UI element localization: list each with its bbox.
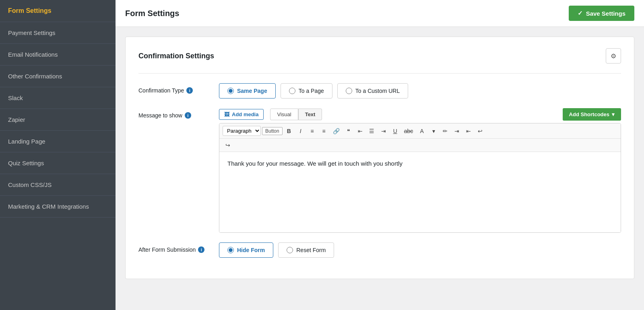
page-title: Form Settings <box>125 9 179 18</box>
editor-container: Paragraph Button B I ≡ ≡ 🔗 ❝ ⇤ ☰ <box>219 123 621 233</box>
sidebar-title[interactable]: Form Settings <box>0 0 116 22</box>
blockquote-button[interactable]: ❝ <box>343 126 354 136</box>
clear-format-button[interactable]: ✏ <box>440 126 450 136</box>
sidebar-item-custom-css-js[interactable]: Custom CSS/JS <box>0 174 116 196</box>
check-icon: ✓ <box>578 10 583 17</box>
button-tag-btn[interactable]: Button <box>262 127 283 135</box>
redo-button[interactable]: ↪ <box>223 140 233 150</box>
media-icon: 🖼 <box>224 111 229 117</box>
content-area: Confirmation Settings ⚙ Confirmation Typ… <box>116 27 644 289</box>
editor-tabs: Visual Text <box>270 109 322 120</box>
editor-toolbar: Paragraph Button B I ≡ ≡ 🔗 ❝ ⇤ ☰ <box>219 123 621 139</box>
sidebar: Form Settings Payment Settings Email Not… <box>0 0 116 310</box>
section-title: Confirmation Settings <box>138 52 214 60</box>
toolbar-left: Paragraph Button B I ≡ ≡ 🔗 ❝ ⇤ ☰ <box>223 126 485 136</box>
message-to-show-label: Message to show i <box>138 108 219 119</box>
confirmation-type-info-icon[interactable]: i <box>186 87 193 94</box>
radio-to-custom-url[interactable]: To a Custom URL <box>337 83 408 99</box>
unordered-list-button[interactable]: ≡ <box>307 126 318 136</box>
divider <box>138 73 621 74</box>
strikethrough-button[interactable]: abc <box>402 126 416 136</box>
message-editor-wrapper: 🖼 Add media Visual Text Add Shortcodes ▾ <box>219 108 621 233</box>
radio-hide-form[interactable]: Hide Form <box>219 242 273 258</box>
bold-button[interactable]: B <box>284 126 294 136</box>
sidebar-item-slack[interactable]: Slack <box>0 87 116 109</box>
add-shortcodes-button[interactable]: Add Shortcodes ▾ <box>563 108 621 121</box>
after-form-submission-row: After Form Submission i Hide Form Reset … <box>138 242 621 258</box>
add-media-button[interactable]: 🖼 Add media <box>219 109 264 120</box>
editor-top-bar: 🖼 Add media Visual Text Add Shortcodes ▾ <box>219 108 621 121</box>
color-picker-arrow[interactable]: ▾ <box>428 126 439 136</box>
text-color-button[interactable]: A <box>417 126 427 136</box>
sidebar-item-zapier[interactable]: Zapier <box>0 109 116 131</box>
message-to-show-info-icon[interactable]: i <box>185 112 191 119</box>
align-right-button[interactable]: ⇥ <box>378 126 389 136</box>
radio-to-a-page[interactable]: To a Page <box>281 83 332 99</box>
gear-icon: ⚙ <box>611 52 616 60</box>
radio-reset-form[interactable]: Reset Form <box>278 242 334 258</box>
confirmation-settings-card: Confirmation Settings ⚙ Confirmation Typ… <box>125 37 634 279</box>
confirmation-type-row: Confirmation Type i Same Page To a Page … <box>138 83 621 99</box>
editor-top-left: 🖼 Add media Visual Text <box>219 109 325 120</box>
topbar: Form Settings ✓ Save Settings <box>116 0 644 27</box>
chevron-down-icon: ▾ <box>612 111 615 117</box>
sidebar-item-landing-page[interactable]: Landing Page <box>0 131 116 152</box>
sidebar-item-quiz-settings[interactable]: Quiz Settings <box>0 152 116 174</box>
undo-button[interactable]: ↩ <box>475 126 485 136</box>
after-form-options: Hide Form Reset Form <box>219 242 621 258</box>
sidebar-item-email-notifications[interactable]: Email Notifications <box>0 44 116 66</box>
confirmation-type-label: Confirmation Type i <box>138 83 219 94</box>
save-settings-button[interactable]: ✓ Save Settings <box>569 6 634 21</box>
ordered-list-button[interactable]: ≡ <box>319 126 329 136</box>
italic-button[interactable]: I <box>295 126 306 136</box>
underline-button[interactable]: U <box>390 126 400 136</box>
editor-body[interactable]: Thank you for your message. We will get … <box>219 152 621 232</box>
indent-button[interactable]: ⇥ <box>452 126 462 136</box>
after-form-submission-label: After Form Submission i <box>138 242 219 253</box>
tab-text[interactable]: Text <box>298 109 322 120</box>
align-left-button[interactable]: ⇤ <box>355 126 365 136</box>
editor-redo-row: ↪ <box>219 139 621 152</box>
align-center-button[interactable]: ☰ <box>367 126 377 136</box>
message-to-show-row: Message to show i 🖼 Add media Visual <box>138 108 621 233</box>
confirmation-type-options: Same Page To a Page To a Custom URL <box>219 83 621 99</box>
radio-same-page[interactable]: Same Page <box>219 83 276 99</box>
after-form-info-icon[interactable]: i <box>198 246 204 253</box>
tab-visual[interactable]: Visual <box>270 109 298 120</box>
sidebar-item-marketing-crm[interactable]: Marketing & CRM Integrations <box>0 196 116 218</box>
main-content: Form Settings ✓ Save Settings Confirmati… <box>116 0 644 310</box>
outdent-button[interactable]: ⇤ <box>463 126 474 136</box>
link-button[interactable]: 🔗 <box>330 126 342 136</box>
sidebar-item-other-confirmations[interactable]: Other Confirmations <box>0 66 116 87</box>
gear-button[interactable]: ⚙ <box>606 48 621 64</box>
paragraph-select[interactable]: Paragraph <box>223 126 261 136</box>
sidebar-item-payment-settings[interactable]: Payment Settings <box>0 22 116 44</box>
section-header: Confirmation Settings ⚙ <box>138 48 621 64</box>
